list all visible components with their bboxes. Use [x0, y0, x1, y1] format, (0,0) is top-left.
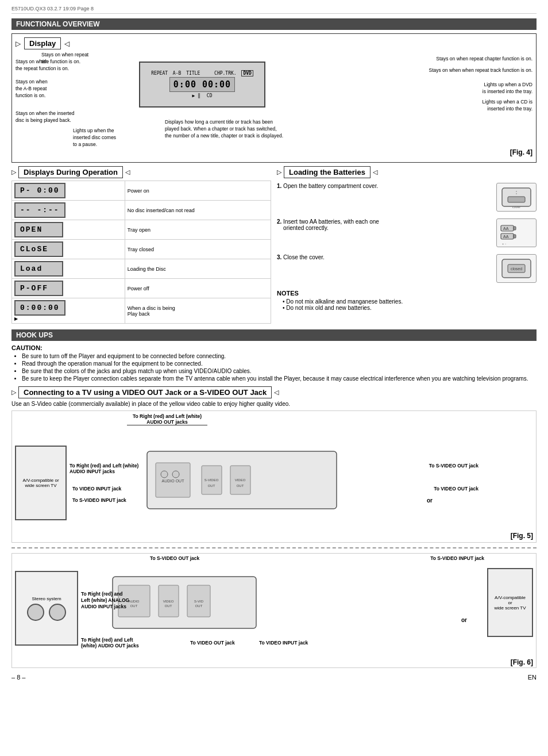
page-number: – 8 –: [11, 674, 25, 681]
lights-pause-label: Lights up when theinserted disc comesto …: [73, 128, 176, 148]
table-row: 0:00:00 ▶ When a disc is beingPlay back: [12, 298, 271, 324]
svg-rect-8: [514, 235, 516, 238]
lcd-playback: 0:00:00: [14, 300, 65, 316]
dvd-label: DVD: [241, 70, 253, 76]
stereo-label: Stereo system: [32, 596, 61, 601]
video-out-label-d1: To VIDEO OUT jack: [434, 486, 478, 492]
tv-label-d1: A/V-compatible orwide screen TV: [22, 478, 59, 488]
step1-image: cover: [496, 183, 537, 212]
svg-text:OUT: OUT: [195, 604, 203, 608]
or-label-d1: or: [427, 497, 433, 504]
repeat-label: REPEAT: [151, 71, 168, 76]
displays-time-label: Displays how long a current title or tra…: [165, 119, 308, 140]
displays-op-header: ▷ Displays During Operation ◁: [11, 166, 271, 178]
svg-text:AA: AA: [503, 235, 509, 239]
svg-text:OUT: OUT: [130, 604, 138, 608]
display-diagram: REPEAT A-B TITLE CHP.TRK. DVD 0:00 00:00…: [16, 53, 532, 156]
repeat-chapter-label: Stays on when repeat chapter function is…: [395, 56, 532, 63]
note-item-1: Do not mix alkaline and manganese batter…: [283, 298, 537, 305]
analog-audio-label: To Right (red) andLeft (white) ANALOGAUD…: [81, 591, 129, 610]
desc-power-off: Power off: [125, 279, 271, 298]
notes-list: Do not mix alkaline and manganese batter…: [277, 298, 537, 311]
caution-list: Be sure to turn off the Player and equip…: [11, 353, 537, 382]
caution-box: CAUTION: Be sure to turn off the Player …: [11, 344, 537, 382]
displays-operation-section: ▷ Displays During Operation ◁ P- 0:00 Po…: [11, 166, 271, 324]
desc-tray-closed: Tray closed: [125, 240, 271, 259]
notes-box: NOTES Do not mix alkaline and manganese …: [277, 290, 537, 311]
playing-back-label: Stays on when the inserteddisc is being …: [16, 110, 125, 124]
audio-out-label-d1: To Right (red) and Left (white)AUDIO OUT…: [127, 413, 207, 425]
page-header: E5710UD.QX3 03.2.7 19:09 Page 8: [11, 6, 537, 14]
table-row: Load Loading the Disc: [12, 259, 271, 279]
svg-text:VIDEO: VIDEO: [235, 478, 246, 482]
chp-trk-label: CHP.TRK.: [214, 71, 237, 76]
cd-label: CD: [207, 93, 213, 98]
tv-label-d2: A/V-compatibleorwide screen TV: [495, 595, 526, 611]
battery-cover-svg: cover: [499, 185, 534, 209]
language-indicator: EN: [528, 674, 537, 681]
lcd-time-display: 0:00 00:00: [169, 77, 235, 92]
speaker-icons: [27, 604, 66, 621]
connecting-diagram-1: To Right (red) and Left (white)AUDIO OUT…: [11, 410, 537, 543]
table-row: P- 0:00 Power on: [12, 181, 271, 201]
ab-label: A-B: [173, 71, 181, 76]
ab-repeat-label: Stays on whenthe A-B repeatfunction is o…: [16, 79, 119, 99]
lcd-power-off: P-OFF: [14, 281, 63, 296]
tv-device-box-1: A/V-compatible orwide screen TV: [15, 446, 67, 520]
fig5-label: [Fig. 5]: [511, 532, 533, 540]
caution-title: CAUTION:: [11, 344, 537, 351]
svideo-out-label-d2: To S-VIDEO OUT jack: [150, 555, 199, 561]
lcd-display-box: REPEAT A-B TITLE CHP.TRK. DVD 0:00 00:00…: [139, 62, 265, 108]
svg-text:AUDIO: AUDIO: [128, 600, 139, 603]
table-row: -- -:-- No disc inserted/can not read: [12, 201, 271, 220]
lcd-tray-closed: CLoSE: [14, 241, 63, 257]
svg-text:S-VIDEO: S-VIDEO: [204, 478, 219, 482]
battery-step-2: 2. Insert two AA batteries, with each on…: [277, 218, 537, 247]
caution-item-3: Be sure that the colors of the jacks and…: [22, 368, 537, 374]
svg-text:AA: AA: [503, 227, 509, 231]
desc-no-disc: No disc inserted/can not read: [125, 201, 271, 220]
battery-close-svg: closed: [499, 256, 534, 281]
svideo-input-label-d2: To S-VIDEO INPUT jack: [430, 555, 484, 561]
hook-ups-section: HOOK UPS CAUTION: Be sure to turn off th…: [11, 329, 537, 668]
lcd-tray-open: OPEN: [14, 222, 63, 237]
note-item-2: Do not mix old and new batteries.: [283, 305, 537, 311]
fig4-label: [Fig. 4]: [510, 148, 532, 156]
lcd-loading: Load: [14, 261, 63, 277]
svg-text:cover: cover: [512, 205, 521, 209]
hook-ups-header: HOOK UPS: [11, 329, 537, 341]
notes-title: NOTES: [277, 290, 537, 297]
svg-text:OUT: OUT: [165, 604, 172, 608]
repeat-title-label: Stays on when repeattitle function is on…: [41, 52, 133, 66]
svg-text:OUT: OUT: [208, 484, 215, 488]
svg-text:AUDIO OUT: AUDIO OUT: [162, 479, 185, 483]
page-footer: – 8 – EN: [11, 674, 537, 681]
fig6-label: [Fig. 6]: [511, 658, 533, 666]
svg-text:OUT: OUT: [237, 484, 244, 488]
loading-batteries-section: ▷ Loading the Batteries ◁ 1. Open the ba…: [277, 166, 537, 324]
display-subsection: ▷ Display ◁ REPEAT A-B TITLE CHP.TRK. DV…: [11, 33, 537, 163]
svg-text:S-VID: S-VID: [194, 600, 204, 603]
step2-image: AA AA + -: [496, 218, 537, 247]
svg-rect-5: [514, 227, 516, 230]
battery-step-3: 3. Close the cover. closed: [277, 254, 537, 283]
title-label: TITLE: [186, 71, 200, 76]
or-label-d2: or: [461, 617, 467, 623]
table-row: CLoSE Tray closed: [12, 240, 271, 259]
lcd-bottom-labels: ▶ ‖ CD: [192, 93, 213, 98]
connecting-description: Use an S-Video cable (commercially avail…: [11, 401, 537, 407]
video-input-label-d2: To VIDEO INPUT jack: [259, 640, 308, 646]
lcd-top-labels: REPEAT A-B TITLE CHP.TRK. DVD: [151, 71, 253, 76]
two-col-section: ▷ Displays During Operation ◁ P- 0:00 Po…: [11, 166, 537, 324]
displays-op-table: P- 0:00 Power on -- -:-- No disc inserte…: [11, 181, 271, 324]
video-out-label-d2: To VIDEO OUT jack: [190, 640, 235, 646]
desc-playback: When a disc is beingPlay back: [125, 298, 271, 324]
desc-tray-open: Tray open: [125, 220, 271, 240]
caution-item-4: Be sure to keep the Player connection ca…: [22, 375, 537, 382]
audio-out-label-d2: To Right (red) and Left(white) AUDIO OUT…: [81, 637, 139, 648]
speaker-left: [27, 604, 44, 621]
caution-item-1: Be sure to turn off the Player and equip…: [22, 353, 537, 359]
connecting-title: Connecting to a TV using a VIDEO OUT Jac…: [18, 386, 272, 398]
svg-point-18: [172, 471, 179, 478]
caution-item-2: Read through the operation manual for th…: [22, 360, 537, 367]
